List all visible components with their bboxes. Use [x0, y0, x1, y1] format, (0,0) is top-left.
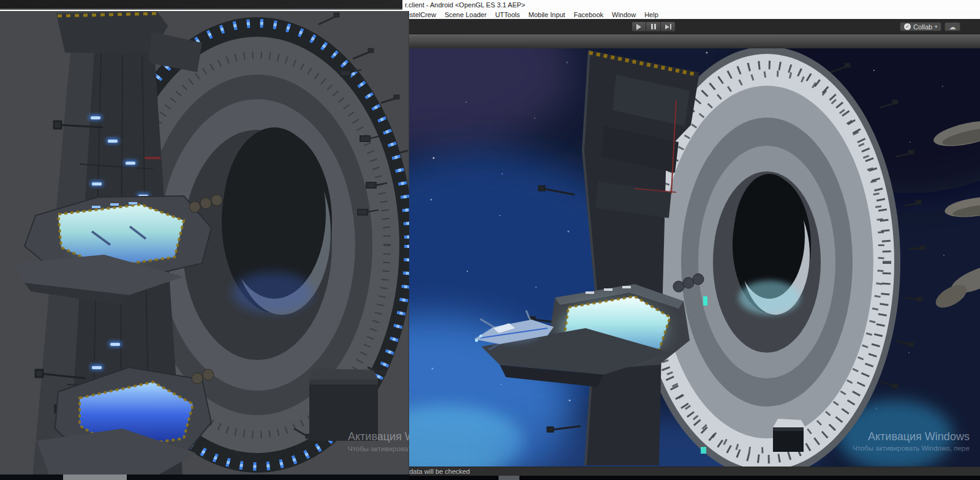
menu-item-facebook[interactable]: Facebook [570, 11, 608, 18]
pause-button[interactable] [646, 21, 661, 32]
play-icon [636, 24, 641, 30]
windows-activation-watermark-sub: Чтобы активировать [348, 445, 409, 452]
model-viewer-title-bar [0, 0, 402, 10]
model-viewer-3d-viewport[interactable]: Активация Wind Чтобы активировать [0, 11, 409, 474]
model-render [0, 11, 409, 474]
windows-activation-watermark: Активация Wind [348, 430, 409, 443]
collab-button[interactable]: ✓ Collab ▾ [900, 22, 941, 31]
menu-item-help[interactable]: Help [640, 11, 663, 18]
unity-status-bar: tadata will be checked [402, 467, 980, 476]
collab-caret-icon: ▾ [935, 24, 937, 29]
collab-check-icon: ✓ [904, 23, 911, 30]
bottom-edge-strip-left [0, 474, 409, 480]
taskbar-segment[interactable] [63, 474, 127, 480]
game-scene-render [402, 48, 980, 467]
step-icon [665, 24, 671, 29]
menu-item-uttools[interactable]: UTTools [491, 11, 524, 18]
cloud-services-button[interactable]: ☁ [944, 22, 960, 31]
collab-label: Collab [913, 23, 932, 31]
pause-icon [651, 24, 656, 29]
play-controls [631, 21, 676, 32]
bottom-edge-strip-right [409, 476, 980, 480]
cargo-container-right [773, 419, 806, 452]
play-button[interactable] [631, 21, 646, 32]
game-view[interactable] [402, 48, 980, 467]
windows-activation-watermark: Активация Windows [868, 430, 970, 443]
step-button[interactable] [661, 21, 676, 32]
taskbar-segment[interactable] [499, 476, 519, 480]
menu-item-scene-loader[interactable]: Scene Loader [440, 11, 491, 18]
game-view-control-strip[interactable] [402, 34, 980, 48]
screen: r.client - Android <OpenGL ES 3.1 AEP> e… [0, 0, 980, 480]
model-viewer-window: Активация Wind Чтобы активировать [0, 0, 409, 474]
menu-item-mobile-input[interactable]: Mobile Input [524, 11, 570, 18]
menu-item-window[interactable]: Window [608, 11, 640, 18]
unity-window-title: r.client - Android <OpenGL ES 3.1 AEP> [405, 1, 526, 9]
windows-activation-watermark-sub: Чтобы активировать Windows, пере [853, 444, 970, 452]
